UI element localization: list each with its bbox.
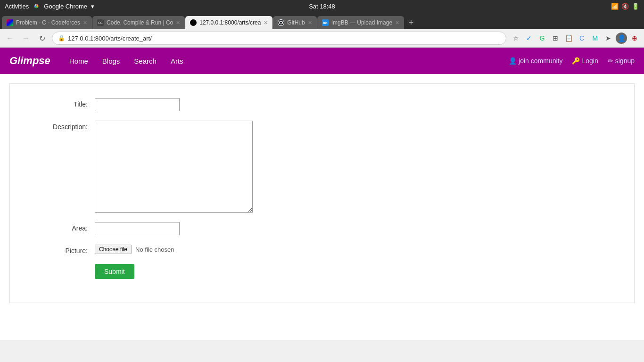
address-bar-row: ← → ↻ 🔒 127.0.0.1:8000/arts/create_art/ …	[0, 29, 644, 48]
chrome-icon	[33, 2, 40, 10]
extension-5-icon[interactable]: C	[576, 33, 587, 44]
tab-imgbb-label: ImgBB — Upload Image	[331, 19, 392, 26]
signup-icon: ✏	[608, 57, 613, 65]
volume-icon: 🔇	[621, 3, 629, 10]
tab-imgbb[interactable]: bb ImgBB — Upload Image ✕	[317, 16, 404, 29]
bookmark-icon[interactable]: ☆	[510, 33, 521, 44]
back-button[interactable]: ←	[4, 32, 16, 44]
area-input[interactable]	[95, 222, 180, 235]
svg-point-1	[278, 20, 284, 25]
new-tab-button[interactable]: +	[405, 16, 418, 29]
tab-github-label: GitHub	[287, 19, 305, 26]
join-community-link[interactable]: 👤 join community	[509, 57, 562, 65]
tab-active-close[interactable]: ✕	[264, 20, 268, 26]
description-textarea[interactable]	[95, 121, 253, 213]
extension-2-icon[interactable]: G	[537, 33, 548, 44]
page-content: Glimpse Home Blogs Search Arts 👤 join co…	[0, 48, 644, 340]
tab-github-close[interactable]: ✕	[308, 20, 312, 26]
tab-codeforces-label: Problem - C - Codeforces	[16, 19, 80, 26]
create-art-form: Title: Description: Area: Picture: Choos…	[9, 83, 635, 303]
tab-imgbb-close[interactable]: ✕	[395, 20, 399, 26]
extension-1-icon[interactable]: ✓	[523, 33, 535, 44]
browser-actions: ☆ ✓ G ⊞ 📋 C M ➤ 👤 ⊕	[510, 33, 640, 44]
login-link[interactable]: 🔑 Login	[572, 57, 598, 65]
reload-button[interactable]: ↻	[36, 32, 48, 44]
browser-chrome: Problem - C - Codeforces ✕ cc Code, Comp…	[0, 12, 644, 48]
browser-name-label: Google Chrome	[44, 3, 87, 10]
file-input-wrapper: Choose file No file chosen	[95, 245, 174, 254]
description-label: Description:	[19, 121, 95, 131]
choose-file-button[interactable]: Choose file	[95, 245, 132, 254]
submit-button[interactable]: Submit	[95, 264, 134, 279]
tab-codeforces[interactable]: Problem - C - Codeforces ✕	[2, 16, 92, 29]
extension-3-icon[interactable]: ⊞	[550, 33, 561, 44]
extension-4-icon[interactable]: 📋	[563, 33, 574, 44]
lock-icon: 🔒	[58, 35, 65, 41]
signup-link[interactable]: ✏ signup	[608, 57, 635, 65]
tab-bar: Problem - C - Codeforces ✕ cc Code, Comp…	[0, 12, 644, 29]
navbar-arts[interactable]: Arts	[171, 57, 183, 65]
tab-cc-close[interactable]: ✕	[176, 20, 180, 26]
os-topbar: Activities Google Chrome ▾ Sat 18:48 📶 🔇…	[0, 0, 644, 12]
navbar: Glimpse Home Blogs Search Arts 👤 join co…	[0, 48, 644, 74]
favicon-github	[278, 19, 284, 26]
title-label: Title:	[19, 98, 95, 108]
tab-active[interactable]: 127.0.0.1:8000/arts/crea ✕	[185, 16, 272, 29]
tab-cc[interactable]: cc Code, Compile & Run | Co ✕	[92, 16, 185, 29]
description-row: Description:	[19, 121, 625, 213]
tab-codeforces-close[interactable]: ✕	[83, 20, 87, 26]
navbar-home[interactable]: Home	[69, 57, 88, 65]
navbar-search[interactable]: Search	[134, 57, 157, 65]
picture-row: Picture: Choose file No file chosen	[19, 245, 625, 255]
navbar-blogs[interactable]: Blogs	[102, 57, 120, 65]
title-row: Title:	[19, 98, 625, 111]
activities-label[interactable]: Activities	[5, 3, 29, 10]
picture-label: Picture:	[19, 245, 95, 255]
favicon-active	[190, 19, 197, 26]
os-topbar-right: 📶 🔇 🔋	[611, 3, 639, 10]
area-label: Area:	[19, 222, 95, 232]
forward-button[interactable]: →	[20, 32, 32, 44]
extension-6-icon[interactable]: M	[589, 33, 601, 44]
address-bar[interactable]: 🔒 127.0.0.1:8000/arts/create_art/	[52, 32, 506, 45]
tab-active-label: 127.0.0.1:8000/arts/crea	[199, 19, 261, 26]
tab-cc-label: Code, Compile & Run | Co	[107, 19, 173, 26]
url-display: 127.0.0.1:8000/arts/create_art/	[68, 35, 152, 42]
tab-github[interactable]: GitHub ✕	[273, 16, 316, 29]
favicon-cc: cc	[97, 19, 104, 26]
wifi-icon: 📶	[611, 3, 619, 10]
profile-icon[interactable]: 👤	[616, 33, 627, 44]
navbar-brand[interactable]: Glimpse	[9, 55, 50, 67]
submit-label-spacer	[19, 264, 95, 266]
login-icon: 🔑	[572, 57, 580, 65]
dropdown-icon: ▾	[91, 3, 94, 10]
menu-icon[interactable]: ⊕	[629, 33, 640, 44]
battery-icon: 🔋	[632, 3, 639, 10]
no-file-text: No file chosen	[135, 246, 174, 253]
favicon-imgbb: bb	[322, 19, 329, 26]
os-topbar-left: Activities Google Chrome ▾	[5, 2, 94, 10]
favicon-codeforces	[7, 19, 13, 26]
os-time: Sat 18:48	[309, 3, 335, 10]
user-icon: 👤	[509, 57, 517, 65]
submit-row: Submit	[19, 264, 625, 279]
title-input[interactable]	[95, 98, 180, 111]
forward-action-icon[interactable]: ➤	[603, 33, 614, 44]
area-row: Area:	[19, 222, 625, 235]
navbar-right: 👤 join community 🔑 Login ✏ signup	[509, 57, 635, 65]
